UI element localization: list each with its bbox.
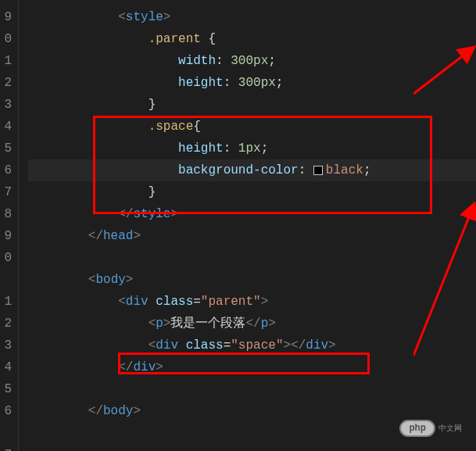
- line-number: 5: [0, 378, 18, 400]
- code-line[interactable]: <div class="space"></div>: [28, 335, 476, 356]
- line-number: 7: [0, 181, 18, 203]
- watermark-badge: php: [399, 420, 435, 437]
- code-line[interactable]: background-color: black;: [28, 159, 476, 181]
- code-line[interactable]: .space{: [28, 116, 476, 138]
- line-number: 1: [0, 291, 18, 313]
- code-line[interactable]: .parent {: [28, 28, 476, 50]
- line-number: 0: [0, 28, 18, 50]
- line-number: 1: [0, 50, 18, 72]
- code-line[interactable]: </div>: [28, 356, 476, 378]
- line-number: 3: [0, 94, 18, 116]
- code-line[interactable]: </body>: [28, 400, 476, 422]
- line-number: 2: [0, 72, 18, 94]
- code-editor[interactable]: 9 0 1 2 3 4 5 6 7 8 9 0 1 2 3 4 5 6 7 <s…: [0, 0, 476, 451]
- line-number: [0, 422, 18, 444]
- watermark-text: 中文网: [438, 423, 462, 434]
- code-area[interactable]: <style> .parent { width: 300px; height: …: [19, 0, 476, 451]
- line-number: 0: [0, 247, 18, 269]
- line-number: [0, 269, 18, 291]
- code-line[interactable]: [28, 247, 476, 269]
- color-swatch-icon: [313, 166, 323, 175]
- line-number: 8: [0, 203, 18, 225]
- line-number: 2: [0, 313, 18, 335]
- code-line[interactable]: </head>: [28, 225, 476, 247]
- line-number: 9: [0, 6, 18, 28]
- code-line[interactable]: height: 300px;: [28, 72, 476, 94]
- line-number: 5: [0, 138, 18, 159]
- line-number-gutter: 9 0 1 2 3 4 5 6 7 8 9 0 1 2 3 4 5 6 7: [0, 0, 19, 451]
- line-number: 6: [0, 159, 18, 181]
- line-number: 6: [0, 400, 18, 422]
- code-line[interactable]: <p>我是一个段落</p>: [28, 313, 476, 335]
- line-number: 9: [0, 225, 18, 247]
- code-line[interactable]: <body>: [28, 269, 476, 291]
- line-number: 4: [0, 116, 18, 138]
- line-number: 4: [0, 356, 18, 378]
- code-line[interactable]: }: [28, 94, 476, 116]
- code-line[interactable]: [28, 378, 476, 400]
- code-line[interactable]: height: 1px;: [28, 138, 476, 159]
- code-line[interactable]: </style>: [28, 203, 476, 225]
- code-line[interactable]: <style>: [28, 6, 476, 28]
- code-line[interactable]: }: [28, 181, 476, 203]
- code-line[interactable]: width: 300px;: [28, 50, 476, 72]
- line-number: 7: [0, 444, 18, 451]
- line-number: 3: [0, 335, 18, 356]
- code-line[interactable]: <div class="parent">: [28, 291, 476, 313]
- watermark: php 中文网: [399, 420, 462, 437]
